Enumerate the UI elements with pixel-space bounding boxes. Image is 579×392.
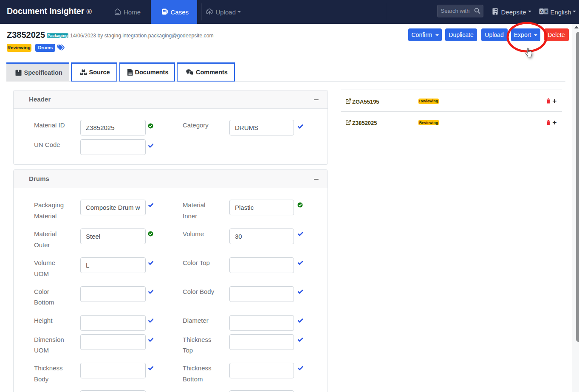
svg-text:A: A <box>539 9 542 14</box>
svg-text:✱: ✱ <box>544 9 548 14</box>
